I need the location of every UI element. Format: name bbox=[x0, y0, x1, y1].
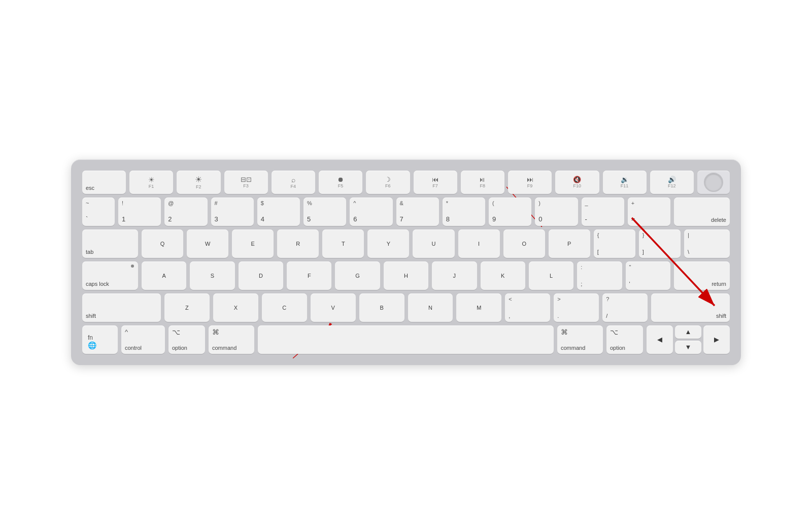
key-minus[interactable]: _ - bbox=[582, 198, 624, 226]
key-h[interactable]: H bbox=[384, 261, 428, 290]
zxcv-row: shift Z X C V B N M < , > . ? / bbox=[82, 293, 730, 322]
key-4[interactable]: $ 4 bbox=[257, 198, 300, 226]
key-e[interactable]: E bbox=[232, 230, 274, 258]
key-f2[interactable]: ☀ F2 bbox=[177, 171, 220, 194]
key-f[interactable]: F bbox=[287, 261, 331, 290]
caps-lock-indicator bbox=[131, 265, 134, 268]
key-esc[interactable]: esc bbox=[82, 171, 126, 194]
key-f3[interactable]: ⊟⊡ F3 bbox=[224, 171, 268, 194]
key-d[interactable]: D bbox=[239, 261, 283, 290]
key-return[interactable]: return bbox=[674, 261, 730, 290]
key-quote[interactable]: " ' bbox=[626, 261, 670, 290]
key-l[interactable]: L bbox=[529, 261, 573, 290]
key-f10[interactable]: 🔇 F10 bbox=[555, 171, 599, 194]
key-g[interactable]: G bbox=[335, 261, 380, 290]
key-command-left[interactable]: ⌘ command bbox=[209, 325, 254, 354]
key-x[interactable]: X bbox=[213, 293, 258, 322]
fn-row: esc ☀ F1 ☀ F2 ⊟⊡ F3 bbox=[82, 171, 730, 194]
key-bracket-right[interactable]: } ] bbox=[639, 230, 681, 258]
key-k[interactable]: K bbox=[481, 261, 525, 290]
key-equals[interactable]: + = bbox=[628, 198, 670, 226]
key-period[interactable]: > . bbox=[554, 293, 599, 322]
qwerty-row: tab Q W E R T Y U I O P { [ } ] | bbox=[82, 230, 730, 258]
key-arrow-down[interactable]: ▼ bbox=[675, 341, 701, 354]
key-v[interactable]: V bbox=[311, 293, 356, 322]
key-a[interactable]: A bbox=[142, 261, 186, 290]
key-arrow-left[interactable]: ◀ bbox=[647, 325, 673, 354]
touch-id-sensor bbox=[704, 173, 723, 192]
key-p[interactable]: P bbox=[549, 230, 590, 258]
key-6[interactable]: ^ 6 bbox=[350, 198, 392, 226]
key-touch-id[interactable] bbox=[697, 171, 730, 194]
key-n[interactable]: N bbox=[408, 293, 453, 322]
key-w[interactable]: W bbox=[187, 230, 228, 258]
arrow-up-down-group: ▲ ▼ bbox=[675, 325, 701, 354]
keyboard: esc ☀ F1 ☀ F2 ⊟⊡ F3 bbox=[71, 159, 741, 365]
key-o[interactable]: O bbox=[503, 230, 545, 258]
key-option-left[interactable]: ⌥ option bbox=[168, 325, 205, 354]
key-f6[interactable]: ☽ F6 bbox=[366, 171, 410, 194]
key-t[interactable]: T bbox=[322, 230, 364, 258]
key-fn[interactable]: fn 🌐 bbox=[82, 325, 118, 354]
key-f1[interactable]: ☀ F1 bbox=[129, 171, 173, 194]
key-f5[interactable]: ⏺ F5 bbox=[319, 171, 362, 194]
key-space[interactable] bbox=[258, 325, 554, 354]
key-caps-lock[interactable]: caps lock bbox=[82, 261, 138, 290]
key-b[interactable]: B bbox=[359, 293, 404, 322]
key-command-right[interactable]: ⌘ command bbox=[557, 325, 603, 354]
key-option-right[interactable]: ⌥ option bbox=[606, 325, 643, 354]
key-u[interactable]: U bbox=[413, 230, 454, 258]
key-delete[interactable]: delete bbox=[674, 198, 730, 226]
key-9[interactable]: ( 9 bbox=[489, 198, 531, 226]
key-c[interactable]: C bbox=[262, 293, 307, 322]
key-f8[interactable]: ⏯ F8 bbox=[461, 171, 504, 194]
key-3[interactable]: # 3 bbox=[211, 198, 254, 226]
asdf-row: caps lock A S D F G H J K L : ; " ' retu… bbox=[82, 261, 730, 290]
key-comma[interactable]: < , bbox=[505, 293, 550, 322]
key-7[interactable]: & 7 bbox=[396, 198, 439, 226]
modifier-row: fn 🌐 ^ control ⌥ option ⌘ command bbox=[82, 325, 730, 354]
key-backslash[interactable]: | \ bbox=[684, 230, 730, 258]
key-j[interactable]: J bbox=[432, 261, 477, 290]
arrow-keys-group: ◀ ▲ ▼ ▶ bbox=[647, 325, 730, 354]
key-slash[interactable]: ? / bbox=[602, 293, 648, 322]
key-backtick[interactable]: ~ ` bbox=[82, 198, 115, 226]
key-i[interactable]: I bbox=[458, 230, 500, 258]
key-q[interactable]: Q bbox=[142, 230, 183, 258]
key-f11[interactable]: 🔉 F11 bbox=[603, 171, 647, 194]
key-f4[interactable]: ⌕ F4 bbox=[272, 171, 315, 194]
key-y[interactable]: Y bbox=[367, 230, 409, 258]
key-bracket-left[interactable]: { [ bbox=[594, 230, 635, 258]
key-shift-left[interactable]: shift bbox=[82, 293, 161, 322]
number-row: ~ ` ! 1 @ 2 # 3 $ 4 bbox=[82, 198, 730, 226]
key-m[interactable]: M bbox=[456, 293, 501, 322]
keyboard-wrapper: esc ☀ F1 ☀ F2 ⊟⊡ F3 bbox=[71, 159, 741, 365]
key-arrow-right[interactable]: ▶ bbox=[703, 325, 730, 354]
key-2[interactable]: @ 2 bbox=[164, 198, 207, 226]
key-0[interactable]: ) 0 bbox=[535, 198, 578, 226]
key-semicolon[interactable]: : ; bbox=[577, 261, 622, 290]
key-tab[interactable]: tab bbox=[82, 230, 138, 258]
key-f12[interactable]: 🔊 F12 bbox=[650, 171, 694, 194]
esc-label: esc bbox=[86, 185, 94, 191]
key-arrow-up[interactable]: ▲ bbox=[675, 325, 701, 339]
key-1[interactable]: ! 1 bbox=[118, 198, 161, 226]
key-f7[interactable]: ⏮ F7 bbox=[414, 171, 457, 194]
key-control[interactable]: ^ control bbox=[121, 325, 165, 354]
key-f9[interactable]: ⏭ F9 bbox=[508, 171, 552, 194]
key-r[interactable]: R bbox=[277, 230, 319, 258]
key-5[interactable]: % 5 bbox=[303, 198, 346, 226]
key-s[interactable]: S bbox=[190, 261, 234, 290]
key-z[interactable]: Z bbox=[164, 293, 210, 322]
key-shift-right[interactable]: shift bbox=[651, 293, 730, 322]
key-8[interactable]: * 8 bbox=[443, 198, 485, 226]
